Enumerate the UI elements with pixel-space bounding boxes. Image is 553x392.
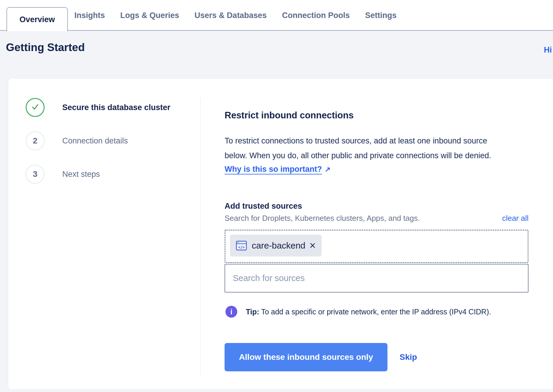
step-1-circle — [26, 98, 45, 117]
stepper-content-divider — [200, 98, 201, 376]
hide-link[interactable]: Hi — [544, 45, 552, 55]
why-important-row: Why is this so important? ↗ — [225, 165, 331, 174]
external-link-arrow-icon: ↗ — [325, 165, 331, 174]
description-line-1: To restrict connections to trusted sourc… — [225, 133, 491, 148]
search-sources-input[interactable] — [225, 264, 528, 292]
allow-inbound-sources-button[interactable]: Allow these inbound sources only — [225, 343, 387, 371]
why-important-link[interactable]: Why is this so important? — [225, 165, 322, 174]
tab-insights[interactable]: Insights — [74, 11, 105, 20]
close-icon[interactable]: × — [310, 240, 316, 251]
trusted-sources-token-area[interactable]: </> care-backend × — [225, 230, 529, 263]
tip-row: i Tip: To add a specific or private netw… — [225, 306, 491, 318]
step-next-steps[interactable]: 3 Next steps — [26, 165, 100, 184]
step-connection-details[interactable]: 2 Connection details — [26, 131, 128, 150]
step-3-circle: 3 — [26, 165, 45, 184]
tab-list: Insights Logs & Queries Users & Database… — [74, 0, 397, 31]
svg-text:</>: </> — [238, 245, 245, 249]
tip-label: Tip: — [246, 308, 259, 316]
tab-users-databases[interactable]: Users & Databases — [194, 11, 267, 20]
tab-logs-queries[interactable]: Logs & Queries — [120, 11, 179, 20]
step-2-circle: 2 — [26, 131, 45, 150]
section-heading: Restrict inbound connections — [225, 110, 354, 121]
step-1-label: Secure this database cluster — [62, 103, 170, 112]
app-window-icon: </> — [236, 241, 247, 251]
search-sources-box — [225, 264, 529, 293]
step-3-label: Next steps — [62, 170, 100, 179]
info-icon: i — [225, 306, 237, 318]
page: Overview Insights Logs & Queries Users &… — [0, 0, 553, 392]
tip-text: Tip: To add a specific or private networ… — [246, 308, 491, 316]
sources-hint-row: Search for Droplets, Kubernetes clusters… — [225, 214, 529, 223]
tip-body: To add a specific or private network, en… — [261, 308, 491, 316]
skip-link[interactable]: Skip — [400, 343, 417, 371]
description-line-2: below. When you do, all other public and… — [225, 148, 491, 163]
section-description: To restrict connections to trusted sourc… — [225, 133, 491, 163]
check-icon — [30, 102, 40, 113]
sources-hint-text: Search for Droplets, Kubernetes clusters… — [225, 214, 420, 223]
add-trusted-sources-label: Add trusted sources — [225, 202, 302, 211]
page-title: Getting Started — [6, 41, 85, 54]
tab-settings[interactable]: Settings — [365, 11, 397, 20]
clear-all-link[interactable]: clear all — [502, 214, 529, 223]
tab-overview[interactable]: Overview — [6, 7, 68, 31]
chip-label: care-backend — [252, 241, 305, 251]
step-2-label: Connection details — [62, 136, 128, 146]
step-secure-cluster[interactable]: Secure this database cluster — [26, 98, 170, 117]
source-chip-care-backend[interactable]: </> care-backend × — [230, 235, 322, 257]
tab-connection-pools[interactable]: Connection Pools — [282, 11, 350, 20]
getting-started-card: Secure this database cluster 2 Connectio… — [8, 78, 553, 390]
